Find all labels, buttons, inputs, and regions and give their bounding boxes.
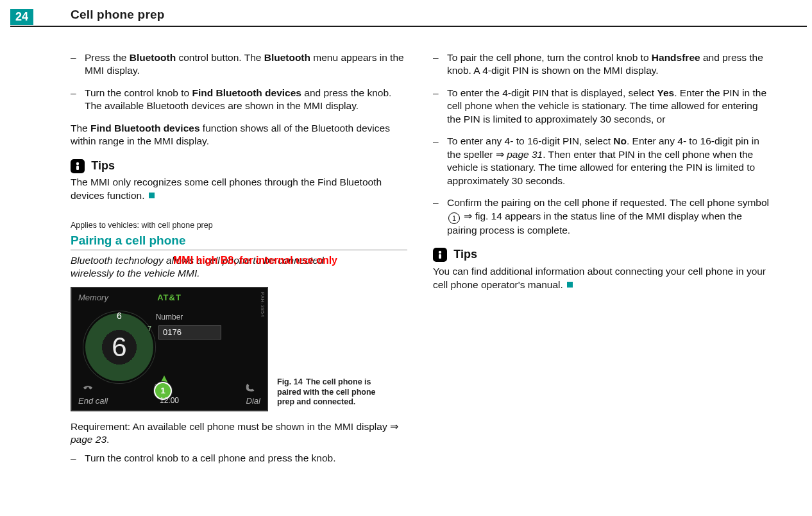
tips-block: Tips The MMI only recognizes some cell p… bbox=[71, 159, 407, 203]
text: Bluetooth technology allows a cell phone… bbox=[71, 255, 324, 266]
text: control button. The bbox=[176, 52, 264, 63]
page-reference: page 23 bbox=[71, 434, 106, 445]
fig-input-value: 0176 bbox=[158, 325, 221, 340]
figure-row: Memory AT&T Number 0176 6 7 6 A-Z bbox=[71, 287, 407, 411]
fig-endcall-label: End call bbox=[78, 395, 108, 406]
text-bold: Yes bbox=[657, 87, 674, 98]
list-item: – To pair the cell phone, turn the contr… bbox=[433, 51, 770, 78]
text-bold: Find Bluetooth devices bbox=[192, 87, 301, 98]
list-item: – Turn the control knob to Find Bluetoot… bbox=[71, 87, 407, 113]
applies-to-line: Applies to vehicles: with cell phone pre… bbox=[71, 220, 407, 231]
lead-paragraph: Bluetooth technology allows a cell phone… bbox=[71, 254, 407, 280]
fig-dial-big-digit: 6 bbox=[112, 329, 126, 365]
svg-rect-1 bbox=[76, 166, 79, 170]
fig-sidecode: PAH-3854 bbox=[258, 292, 266, 318]
page-number: 24 bbox=[10, 9, 33, 25]
left-column: – Press the Bluetooth control button. Th… bbox=[71, 47, 407, 510]
text: . bbox=[106, 434, 109, 445]
svg-rect-3 bbox=[439, 254, 441, 259]
fig-number-label: Number bbox=[156, 313, 183, 323]
bullet-text: Confirm the pairing on the cell phone if… bbox=[447, 196, 770, 237]
info-icon bbox=[433, 248, 447, 262]
tips-label: Tips bbox=[453, 247, 477, 262]
tips-block: Tips You can find additional information… bbox=[433, 247, 770, 291]
text: The MMI only recognizes some cell phones… bbox=[71, 176, 382, 200]
fig-dial-tick: 7 bbox=[148, 324, 151, 334]
requirement-paragraph: Requirement: An available cell phone mus… bbox=[71, 420, 407, 447]
page-reference: page 31 bbox=[507, 149, 543, 160]
tips-label: Tips bbox=[91, 159, 115, 174]
sub-heading: Pairing a cell phone bbox=[71, 232, 407, 250]
content-columns: – Press the Bluetooth control button. Th… bbox=[71, 47, 799, 510]
text: To pair the cell phone, turn the control… bbox=[447, 52, 652, 63]
tips-text: You can find additional information abou… bbox=[433, 265, 770, 291]
text: Press the bbox=[85, 52, 130, 63]
fig-dial-label: Dial bbox=[246, 395, 260, 406]
end-mark-icon bbox=[149, 193, 155, 198]
text: To enter the 4-digit PIN that is display… bbox=[447, 87, 657, 98]
text: fig. 14 appears in the status line of th… bbox=[447, 211, 742, 236]
fig-clock: 12:00 bbox=[160, 396, 179, 406]
dash-icon: – bbox=[433, 87, 447, 126]
arrow-icon: ⇒ bbox=[496, 148, 504, 161]
right-column: – To pair the cell phone, turn the contr… bbox=[433, 47, 770, 510]
header-rule bbox=[10, 26, 807, 27]
fig-memory-label: Memory bbox=[78, 292, 108, 303]
bullet-text: To enter any 4- to 16-digit PIN, select … bbox=[447, 135, 770, 187]
info-icon bbox=[71, 159, 85, 173]
text-bold: No bbox=[613, 135, 627, 146]
figure-mmi-display: Memory AT&T Number 0176 6 7 6 A-Z bbox=[71, 287, 268, 411]
text-bold: Bluetooth bbox=[130, 52, 176, 63]
section-title: Cell phone prep bbox=[71, 8, 165, 22]
svg-point-2 bbox=[439, 251, 441, 254]
arrow-icon: ⇒ bbox=[464, 210, 472, 223]
figure-caption: Fig. 14 The cell phone is paired with th… bbox=[277, 377, 393, 411]
circled-number-icon: 1 bbox=[448, 212, 460, 224]
list-item: – To enter any 4- to 16-digit PIN, selec… bbox=[433, 135, 770, 187]
dash-icon: – bbox=[433, 135, 447, 187]
fig-dial-tick: 6 bbox=[117, 310, 122, 322]
text: Requirement: An available cell phone mus… bbox=[71, 421, 390, 432]
bullet-text: To enter the 4-digit PIN that is display… bbox=[447, 87, 770, 126]
bullet-text: To pair the cell phone, turn the control… bbox=[447, 51, 770, 78]
end-mark-icon bbox=[567, 282, 573, 288]
dash-icon: – bbox=[433, 51, 447, 78]
bullet-text: Press the Bluetooth control button. The … bbox=[85, 51, 407, 78]
svg-point-0 bbox=[76, 162, 79, 164]
bullet-text: Turn the control knob to Find Bluetooth … bbox=[85, 87, 407, 113]
paragraph: The Find Bluetooth devices function show… bbox=[71, 122, 407, 148]
fig-carrier-label: AT&T bbox=[157, 292, 182, 303]
list-item: – To enter the 4-digit PIN that is displ… bbox=[433, 87, 770, 126]
text: Confirm the pairing on the cell phone if… bbox=[447, 197, 769, 208]
text: Turn the control knob to bbox=[85, 87, 192, 98]
dash-icon: – bbox=[71, 87, 85, 113]
text: The bbox=[71, 123, 90, 133]
dash-icon: – bbox=[71, 51, 85, 78]
text: You can find additional information abou… bbox=[433, 266, 766, 289]
arrow-icon: ⇒ bbox=[390, 420, 398, 433]
dash-icon: – bbox=[433, 196, 447, 237]
page-header: 24 Cell phone prep bbox=[0, 0, 812, 37]
tips-text: The MMI only recognizes some cell phones… bbox=[71, 176, 407, 202]
list-item: – Press the Bluetooth control button. Th… bbox=[71, 51, 407, 78]
list-item: – Confirm the pairing on the cell phone … bbox=[433, 196, 770, 237]
figure-caption-label: Fig. 14 bbox=[277, 377, 303, 386]
list-item: – Turn the control knob to a cell phone … bbox=[71, 452, 407, 465]
bullet-text: Turn the control knob to a cell phone an… bbox=[85, 452, 407, 465]
text-bold: Find Bluetooth devices bbox=[90, 123, 200, 133]
dash-icon: – bbox=[71, 452, 85, 465]
text: To enter any 4- to 16-digit PIN, select bbox=[447, 135, 613, 146]
fig-dial-ring: 6 7 6 bbox=[83, 311, 155, 383]
text-bold: Handsfree bbox=[652, 52, 700, 63]
phone-down-icon bbox=[82, 382, 94, 393]
text-bold: Bluetooth bbox=[264, 52, 310, 63]
text: wirelessly to the vehicle MMI. bbox=[71, 268, 200, 279]
phone-up-icon bbox=[245, 382, 257, 393]
